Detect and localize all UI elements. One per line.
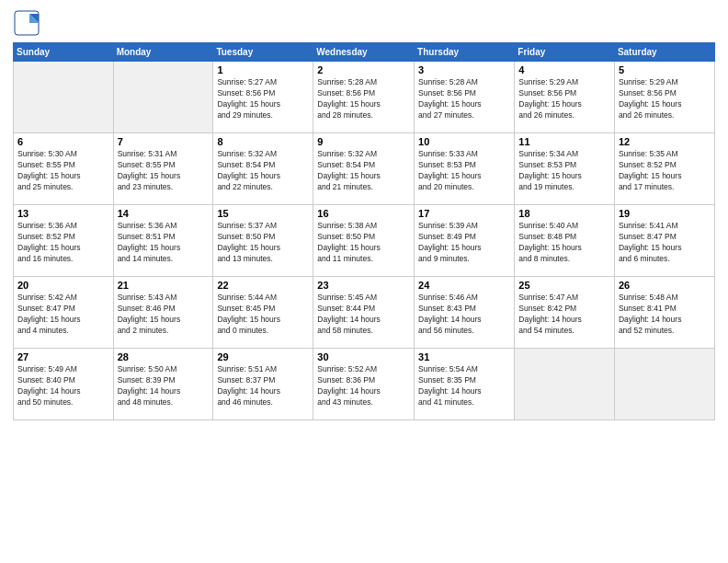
weekday-header-monday: Monday [113,43,213,62]
week-row-4: 20Sunrise: 5:42 AM Sunset: 8:47 PM Dayli… [14,277,715,349]
day-number: 1 [217,64,309,75]
day-number: 5 [619,64,711,75]
calendar-cell: 9Sunrise: 5:32 AM Sunset: 8:54 PM Daylig… [313,133,415,205]
day-number: 14 [118,208,210,219]
day-info: Sunrise: 5:52 AM Sunset: 8:36 PM Dayligh… [317,364,410,408]
day-info: Sunrise: 5:27 AM Sunset: 8:56 PM Dayligh… [217,77,309,121]
day-number: 22 [217,280,309,291]
calendar-table: SundayMondayTuesdayWednesdayThursdayFrid… [13,42,715,420]
day-info: Sunrise: 5:51 AM Sunset: 8:37 PM Dayligh… [217,364,309,408]
day-number: 18 [518,208,610,219]
day-number: 19 [619,208,711,219]
calendar-cell: 8Sunrise: 5:32 AM Sunset: 8:54 PM Daylig… [213,133,313,205]
calendar-cell: 22Sunrise: 5:44 AM Sunset: 8:45 PM Dayli… [213,277,313,349]
weekday-header-friday: Friday [515,43,615,62]
day-info: Sunrise: 5:41 AM Sunset: 8:47 PM Dayligh… [619,221,711,265]
header [13,9,715,37]
day-info: Sunrise: 5:54 AM Sunset: 8:35 PM Dayligh… [418,364,510,408]
day-info: Sunrise: 5:48 AM Sunset: 8:41 PM Dayligh… [619,293,711,337]
day-number: 20 [17,280,109,291]
calendar-cell: 2Sunrise: 5:28 AM Sunset: 8:56 PM Daylig… [313,62,415,133]
day-info: Sunrise: 5:30 AM Sunset: 8:55 PM Dayligh… [17,149,109,193]
calendar-cell: 7Sunrise: 5:31 AM Sunset: 8:55 PM Daylig… [113,133,213,205]
day-number: 26 [619,280,711,291]
day-number: 8 [217,136,309,147]
calendar-cell: 24Sunrise: 5:46 AM Sunset: 8:43 PM Dayli… [415,277,515,349]
calendar-cell: 12Sunrise: 5:35 AM Sunset: 8:52 PM Dayli… [614,133,714,205]
calendar-cell: 18Sunrise: 5:40 AM Sunset: 8:48 PM Dayli… [515,205,615,277]
calendar-cell: 11Sunrise: 5:34 AM Sunset: 8:53 PM Dayli… [515,133,615,205]
day-number: 25 [518,280,610,291]
day-info: Sunrise: 5:49 AM Sunset: 8:40 PM Dayligh… [17,364,109,408]
day-info: Sunrise: 5:28 AM Sunset: 8:56 PM Dayligh… [418,77,510,121]
day-number: 28 [118,351,210,362]
calendar-cell: 25Sunrise: 5:47 AM Sunset: 8:42 PM Dayli… [515,277,615,349]
day-info: Sunrise: 5:29 AM Sunset: 8:56 PM Dayligh… [619,77,711,121]
day-info: Sunrise: 5:50 AM Sunset: 8:39 PM Dayligh… [118,364,210,408]
day-number: 16 [317,208,410,219]
calendar-cell: 15Sunrise: 5:37 AM Sunset: 8:50 PM Dayli… [213,205,313,277]
day-info: Sunrise: 5:46 AM Sunset: 8:43 PM Dayligh… [418,293,510,337]
calendar-cell: 3Sunrise: 5:28 AM Sunset: 8:56 PM Daylig… [415,62,515,133]
day-number: 2 [317,64,410,75]
calendar-cell [14,62,114,133]
week-row-5: 27Sunrise: 5:49 AM Sunset: 8:40 PM Dayli… [14,349,715,420]
calendar-cell: 1Sunrise: 5:27 AM Sunset: 8:56 PM Daylig… [213,62,313,133]
day-number: 15 [217,208,309,219]
calendar-cell: 10Sunrise: 5:33 AM Sunset: 8:53 PM Dayli… [415,133,515,205]
day-number: 6 [17,136,109,147]
calendar-cell: 13Sunrise: 5:36 AM Sunset: 8:52 PM Dayli… [14,205,114,277]
day-number: 11 [518,136,610,147]
calendar-cell: 4Sunrise: 5:29 AM Sunset: 8:56 PM Daylig… [515,62,615,133]
logo [13,9,44,37]
calendar-cell: 31Sunrise: 5:54 AM Sunset: 8:35 PM Dayli… [415,349,515,420]
calendar-cell [614,349,714,420]
calendar-cell: 19Sunrise: 5:41 AM Sunset: 8:47 PM Dayli… [614,205,714,277]
day-info: Sunrise: 5:40 AM Sunset: 8:48 PM Dayligh… [518,221,610,265]
calendar-cell: 6Sunrise: 5:30 AM Sunset: 8:55 PM Daylig… [14,133,114,205]
week-row-2: 6Sunrise: 5:30 AM Sunset: 8:55 PM Daylig… [14,133,715,205]
calendar-cell: 21Sunrise: 5:43 AM Sunset: 8:46 PM Dayli… [113,277,213,349]
day-info: Sunrise: 5:32 AM Sunset: 8:54 PM Dayligh… [317,149,410,193]
day-info: Sunrise: 5:43 AM Sunset: 8:46 PM Dayligh… [118,293,210,337]
page: SundayMondayTuesdayWednesdayThursdayFrid… [0,0,728,563]
day-number: 17 [418,208,510,219]
calendar-cell: 20Sunrise: 5:42 AM Sunset: 8:47 PM Dayli… [14,277,114,349]
day-number: 13 [17,208,109,219]
calendar-cell: 26Sunrise: 5:48 AM Sunset: 8:41 PM Dayli… [614,277,714,349]
weekday-header-thursday: Thursday [415,43,515,62]
day-info: Sunrise: 5:44 AM Sunset: 8:45 PM Dayligh… [217,293,309,337]
day-info: Sunrise: 5:33 AM Sunset: 8:53 PM Dayligh… [418,149,510,193]
calendar-cell [515,349,615,420]
day-number: 30 [317,351,410,362]
day-number: 29 [217,351,309,362]
day-info: Sunrise: 5:31 AM Sunset: 8:55 PM Dayligh… [118,149,210,193]
week-row-3: 13Sunrise: 5:36 AM Sunset: 8:52 PM Dayli… [14,205,715,277]
calendar-cell: 17Sunrise: 5:39 AM Sunset: 8:49 PM Dayli… [415,205,515,277]
day-number: 31 [418,351,510,362]
day-info: Sunrise: 5:32 AM Sunset: 8:54 PM Dayligh… [217,149,309,193]
day-number: 3 [418,64,510,75]
day-number: 24 [418,280,510,291]
calendar-cell: 5Sunrise: 5:29 AM Sunset: 8:56 PM Daylig… [614,62,714,133]
weekday-header-wednesday: Wednesday [313,43,415,62]
calendar-cell: 23Sunrise: 5:45 AM Sunset: 8:44 PM Dayli… [313,277,415,349]
week-row-1: 1Sunrise: 5:27 AM Sunset: 8:56 PM Daylig… [14,62,715,133]
day-info: Sunrise: 5:35 AM Sunset: 8:52 PM Dayligh… [619,149,711,193]
day-number: 9 [317,136,410,147]
calendar-cell: 30Sunrise: 5:52 AM Sunset: 8:36 PM Dayli… [313,349,415,420]
calendar-cell: 14Sunrise: 5:36 AM Sunset: 8:51 PM Dayli… [113,205,213,277]
day-info: Sunrise: 5:42 AM Sunset: 8:47 PM Dayligh… [17,293,109,337]
day-number: 7 [118,136,210,147]
day-number: 21 [118,280,210,291]
day-info: Sunrise: 5:39 AM Sunset: 8:49 PM Dayligh… [418,221,510,265]
weekday-header-row: SundayMondayTuesdayWednesdayThursdayFrid… [14,43,715,62]
calendar-cell: 16Sunrise: 5:38 AM Sunset: 8:50 PM Dayli… [313,205,415,277]
day-info: Sunrise: 5:29 AM Sunset: 8:56 PM Dayligh… [518,77,610,121]
day-number: 10 [418,136,510,147]
day-number: 4 [518,64,610,75]
day-info: Sunrise: 5:45 AM Sunset: 8:44 PM Dayligh… [317,293,410,337]
logo-icon [13,9,40,37]
calendar-cell: 29Sunrise: 5:51 AM Sunset: 8:37 PM Dayli… [213,349,313,420]
day-number: 12 [619,136,711,147]
